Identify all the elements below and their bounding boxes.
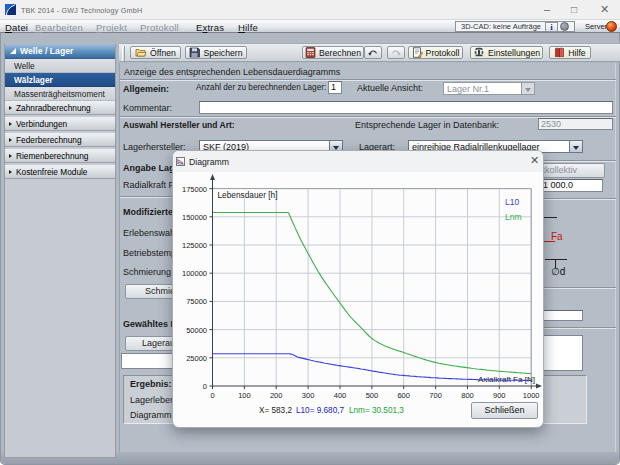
svg-text:100: 100 [238, 391, 251, 400]
svg-text:25000: 25000 [186, 354, 207, 363]
svg-text:150000: 150000 [182, 213, 207, 222]
svg-text:100000: 100000 [182, 269, 207, 278]
svg-text:75000: 75000 [186, 297, 207, 306]
svg-text:0: 0 [203, 382, 207, 391]
svg-text:1000: 1000 [523, 391, 540, 400]
svg-text:300: 300 [302, 391, 315, 400]
svg-text:0: 0 [210, 391, 214, 400]
svg-text:50000: 50000 [186, 326, 207, 335]
svg-text:Lnm: Lnm [505, 212, 522, 222]
svg-text:L10: L10 [505, 197, 519, 207]
svg-text:700: 700 [429, 391, 442, 400]
svg-text:400: 400 [334, 391, 347, 400]
svg-text:175000: 175000 [182, 185, 207, 194]
svg-text:800: 800 [461, 391, 474, 400]
svg-text:Lebensdauer [h]: Lebensdauer [h] [218, 190, 278, 200]
svg-text:900: 900 [493, 391, 506, 400]
svg-text:200: 200 [270, 391, 283, 400]
svg-text:500: 500 [366, 391, 379, 400]
svg-text:125000: 125000 [182, 241, 207, 250]
svg-text:600: 600 [397, 391, 410, 400]
